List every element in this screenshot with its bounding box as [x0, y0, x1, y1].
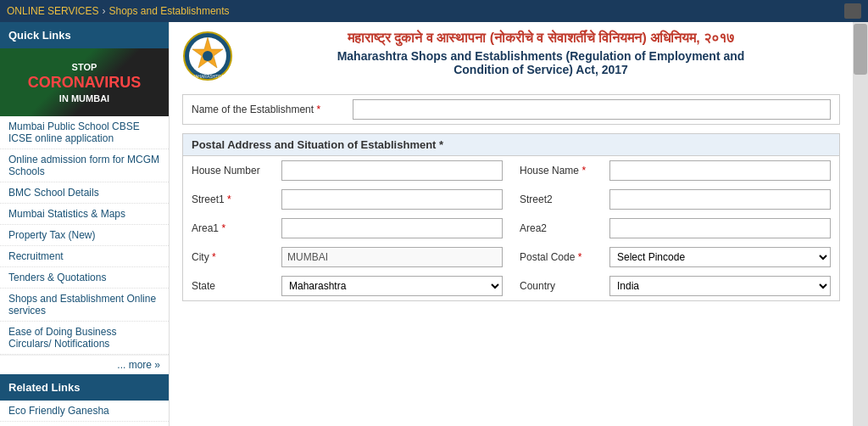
establishment-name-input[interactable] — [353, 99, 831, 120]
sidebar-item-link-property-tax[interactable]: Property Tax (New) — [0, 225, 169, 246]
state-country-row: State Maharashtra Country India — [183, 272, 839, 300]
postal-code-col: Postal Code * Select Pincode — [511, 243, 839, 272]
coronavirus-text: CORONAVIRUS — [28, 74, 142, 92]
street1-col: Street1 * — [183, 185, 511, 214]
house-name-col: House Name * — [511, 156, 839, 185]
street1-input[interactable] — [281, 189, 503, 210]
scrollbar-thumb[interactable] — [854, 24, 867, 75]
related-item-link-aaple[interactable]: Aaple Sarkar — [0, 422, 169, 426]
house-name-input[interactable] — [609, 160, 831, 181]
sidebar: Quick Links STOP CORONAVIRUS IN MUMBAI M… — [0, 22, 170, 426]
street2-label: Street2 — [520, 193, 604, 205]
establishment-name-label: Name of the Establishment * — [192, 104, 344, 115]
country-select[interactable]: India — [609, 276, 831, 296]
street2-col: Street2 — [511, 185, 839, 214]
quick-links-title: Quick Links — [0, 22, 169, 48]
area2-input[interactable] — [609, 218, 831, 238]
country-label: Country — [520, 280, 604, 292]
house-number-col: House Number — [183, 156, 511, 185]
online-services-link[interactable]: ONLINE SERVICES — [7, 5, 98, 17]
quick-links-list: Mumbai Public School CBSE ICSE online ap… — [0, 116, 169, 356]
breadcrumb-current: Shops and Establishments — [108, 5, 229, 17]
sidebar-item-link-ease[interactable]: Ease of Doing Business Circulars/ Notifi… — [0, 322, 169, 355]
area1-input[interactable] — [281, 218, 503, 238]
more-links-button[interactable]: ... more » — [0, 356, 169, 374]
in-mumbai-text: IN MUMBAI — [59, 93, 109, 104]
sidebar-item-link-school-cbse[interactable]: Mumbai Public School CBSE ICSE online ap… — [0, 116, 169, 149]
area1-label: Area1 * — [192, 222, 276, 234]
stop-text: STOP — [72, 62, 97, 72]
maharashtra-logo: MAHARASHTRA — [182, 31, 233, 81]
nav-close-button[interactable] — [844, 3, 861, 19]
form-title-block: महाराष्ट्र दुकाने व आस्थापना (नोकरीचे व … — [242, 31, 840, 76]
street2-input[interactable] — [609, 189, 831, 210]
postal-code-label: Postal Code * — [520, 251, 604, 263]
city-input[interactable] — [281, 247, 503, 267]
form-header: MAHARASHTRA महाराष्ट्र दुकाने व आस्थापना… — [182, 31, 840, 81]
house-number-input[interactable] — [281, 160, 503, 181]
top-nav-bar: ONLINE SERVICES › Shops and Establishmen… — [0, 0, 868, 22]
city-postal-row: City * Postal Code * Select Pincode — [183, 243, 839, 272]
form-title-marathi: महाराष्ट्र दुकाने व आस्थापना (नोकरीचे व … — [242, 31, 840, 46]
city-col: City * — [183, 243, 511, 272]
breadcrumb-separator: › — [102, 5, 105, 17]
street-row: Street1 * Street2 — [183, 185, 839, 214]
sidebar-item-link-mumbai-stats[interactable]: Mumbai Statistics & Maps — [0, 204, 169, 225]
main-content: MAHARASHTRA महाराष्ट्र दुकाने व आस्थापना… — [170, 22, 853, 426]
state-label: State — [192, 280, 276, 292]
establishment-name-row: Name of the Establishment * — [183, 95, 839, 124]
postal-address-section: Postal Address and Situation of Establis… — [182, 133, 840, 301]
required-marker: * — [316, 104, 320, 115]
sidebar-item-link-bmc-school[interactable]: BMC School Details — [0, 182, 169, 204]
related-links-list: Eco Friendly GaneshaAaple Sarkar — [0, 401, 169, 426]
sidebar-item-link-tenders[interactable]: Tenders & Quotations — [0, 267, 169, 289]
svg-point-3 — [203, 51, 213, 61]
postal-section-header: Postal Address and Situation of Establis… — [183, 134, 839, 156]
state-col: State Maharashtra — [183, 272, 511, 300]
establishment-name-section: Name of the Establishment * — [182, 94, 840, 125]
sidebar-item-link-admission-mcgm[interactable]: Online admission form for MCGM Schools — [0, 149, 169, 182]
area2-col: Area2 — [511, 214, 839, 243]
street1-label: Street1 * — [192, 193, 276, 205]
area2-label: Area2 — [520, 222, 604, 234]
form-title-english: Maharashtra Shops and Establishments (Re… — [242, 49, 840, 76]
house-number-label: House Number — [192, 165, 276, 177]
state-select[interactable]: Maharashtra — [281, 276, 503, 296]
sidebar-item-link-shops[interactable]: Shops and Establishment Online services — [0, 289, 169, 322]
area1-col: Area1 * — [183, 214, 511, 243]
postal-code-select[interactable]: Select Pincode — [609, 247, 831, 267]
main-scrollbar[interactable] — [853, 22, 868, 426]
sidebar-item-link-recruitment[interactable]: Recruitment — [0, 246, 169, 267]
house-name-label: House Name * — [520, 165, 604, 177]
coronavirus-banner: STOP CORONAVIRUS IN MUMBAI — [0, 48, 169, 116]
svg-text:MAHARASHTRA: MAHARASHTRA — [192, 74, 225, 79]
country-col: Country India — [511, 272, 839, 300]
city-label: City * — [192, 251, 276, 263]
related-links-title: Related Links — [0, 374, 169, 401]
area-row: Area1 * Area2 — [183, 214, 839, 243]
house-row: House Number House Name * — [183, 156, 839, 185]
related-item-link-eco[interactable]: Eco Friendly Ganesha — [0, 401, 169, 422]
